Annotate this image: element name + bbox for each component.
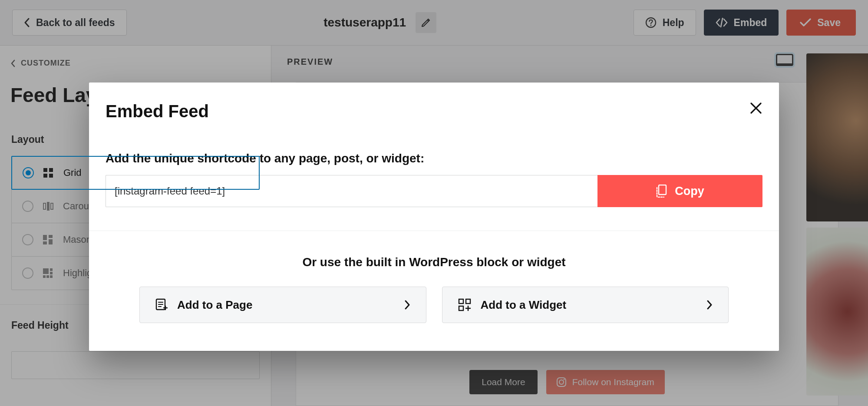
chevron-right-icon — [404, 300, 410, 310]
modal-close-button[interactable] — [749, 102, 762, 115]
svg-rect-5 — [49, 174, 53, 178]
copy-button[interactable]: Copy — [597, 175, 762, 207]
svg-rect-4 — [43, 174, 47, 178]
copy-icon — [656, 185, 667, 198]
svg-rect-24 — [459, 299, 463, 304]
add-to-page-button[interactable]: Add to a Page — [139, 287, 426, 323]
embed-modal: Embed Feed Add the unique shortcode to a… — [89, 83, 779, 351]
layout-option-label: Grid — [63, 167, 82, 178]
close-icon — [749, 102, 762, 115]
page-icon — [155, 298, 168, 311]
svg-rect-2 — [43, 168, 47, 172]
widget-icon — [458, 298, 471, 311]
radio-icon — [23, 167, 34, 178]
add-to-widget-button[interactable]: Add to a Widget — [442, 287, 729, 323]
add-to-page-label: Add to a Page — [177, 298, 252, 312]
modal-title: Embed Feed — [106, 102, 209, 121]
svg-rect-26 — [459, 306, 463, 310]
svg-rect-3 — [49, 168, 53, 172]
svg-rect-25 — [466, 299, 470, 304]
chevron-right-icon — [706, 300, 713, 310]
copy-label: Copy — [675, 185, 704, 198]
block-instruction: Or use the built in WordPress block or w… — [139, 255, 729, 269]
svg-rect-22 — [659, 185, 666, 195]
grid-icon — [43, 168, 54, 178]
add-to-widget-label: Add to a Widget — [481, 298, 567, 312]
layout-option-grid[interactable]: Grid — [11, 156, 260, 190]
